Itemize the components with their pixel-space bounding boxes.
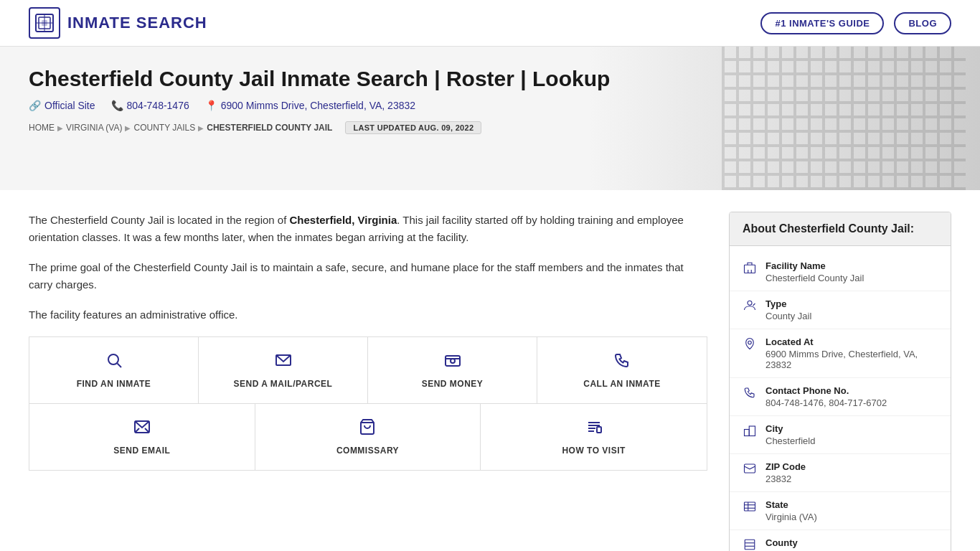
city-icon xyxy=(743,424,757,440)
about-row-city: City Chesterfield xyxy=(730,416,951,454)
action-send-email[interactable]: SEND EMAIL xyxy=(29,404,255,470)
action-grid-bottom: SEND EMAIL COMMISSARY xyxy=(29,404,707,471)
location-icon: 📍 xyxy=(205,100,217,111)
about-row-phone: Contact Phone No. 804-748-1476, 804-717-… xyxy=(730,378,951,416)
action-find-inmate[interactable]: FIND AN INMATE xyxy=(29,337,199,403)
action-send-mail[interactable]: SEND A MAIL/PARCEL xyxy=(199,337,368,403)
svg-rect-29 xyxy=(745,430,750,436)
breadcrumb-home[interactable]: HOME xyxy=(29,123,55,133)
svg-rect-42 xyxy=(745,540,755,550)
breadcrumb-state[interactable]: VIRGINIA (VA) xyxy=(66,123,122,133)
description-para3: The facility features an administrative … xyxy=(29,306,707,324)
state-icon xyxy=(743,500,757,516)
zip-icon xyxy=(743,462,757,478)
call-inmate-label: CALL AN INMATE xyxy=(583,379,660,389)
about-list: Facility Name Chesterfield County Jail T… xyxy=(730,246,951,551)
svg-line-6 xyxy=(117,364,121,368)
commissary-label: COMMISSARY xyxy=(336,446,399,456)
guide-button[interactable]: #1 INMATE'S GUIDE xyxy=(760,12,884,34)
logo-icon xyxy=(29,7,60,39)
official-site-link[interactable]: 🔗 Official Site xyxy=(29,100,95,111)
blog-button[interactable]: BLOG xyxy=(894,12,951,34)
breadcrumb: HOME ▶ VIRGINIA (VA) ▶ COUNTY JAILS ▶ CH… xyxy=(29,121,951,134)
header-nav: #1 INMATE'S GUIDE BLOG xyxy=(760,12,951,34)
send-email-label: SEND EMAIL xyxy=(113,446,170,456)
breadcrumb-category[interactable]: COUNTY JAILS xyxy=(133,123,195,133)
action-call-inmate[interactable]: CALL AN INMATE xyxy=(537,337,707,403)
about-row-located-at: Located At 6900 Mimms Drive, Chesterfiel… xyxy=(730,329,951,378)
svg-point-5 xyxy=(108,354,118,364)
send-mail-label: SEND A MAIL/PARCEL xyxy=(234,379,333,389)
how-to-visit-label: HOW TO VISIT xyxy=(562,446,625,456)
call-inmate-icon xyxy=(613,352,631,373)
about-box: About Chesterfield County Jail: Facility… xyxy=(729,212,951,551)
svg-point-28 xyxy=(748,341,752,344)
send-mail-icon xyxy=(275,352,292,373)
svg-point-26 xyxy=(748,301,752,305)
send-money-label: SEND MONEY xyxy=(422,379,484,389)
type-icon xyxy=(743,299,757,315)
phone-meta: 📞 804-748-1476 xyxy=(111,100,189,111)
find-inmate-label: FIND AN INMATE xyxy=(77,379,151,389)
send-money-icon xyxy=(444,352,461,373)
svg-line-27 xyxy=(753,303,755,306)
breadcrumb-sep-2: ▶ xyxy=(125,124,131,132)
link-icon: 🔗 xyxy=(29,100,41,111)
svg-rect-19 xyxy=(597,427,601,433)
svg-rect-38 xyxy=(745,502,755,511)
about-row-state: State Virginia (VA) xyxy=(730,492,951,530)
svg-rect-30 xyxy=(749,426,755,436)
breadcrumb-current: CHESTERFIELD COUNTY JAIL xyxy=(207,123,332,133)
action-how-to-visit[interactable]: HOW TO VISIT xyxy=(481,404,707,470)
left-column: The Chesterfield County Jail is located … xyxy=(29,212,707,551)
right-column: About Chesterfield County Jail: Facility… xyxy=(729,212,951,551)
site-header: INMATE SEARCH #1 INMATE'S GUIDE BLOG xyxy=(0,0,980,47)
commissary-icon xyxy=(359,418,376,440)
breadcrumb-sep-3: ▶ xyxy=(198,124,204,132)
facility-icon xyxy=(743,261,757,277)
action-send-money[interactable]: SEND MONEY xyxy=(368,337,537,403)
action-commissary[interactable]: COMMISSARY xyxy=(255,404,481,470)
phone-icon: 📞 xyxy=(111,100,123,111)
last-updated-badge: LAST UPDATED AUG. 09, 2022 xyxy=(345,121,481,134)
logo-link[interactable]: INMATE SEARCH xyxy=(29,7,207,39)
how-to-visit-icon xyxy=(585,418,603,440)
address-meta: 📍 6900 Mimms Drive, Chesterfield, VA, 23… xyxy=(205,100,415,111)
about-row-facility-name: Facility Name Chesterfield County Jail xyxy=(730,253,951,291)
description-para1: The Chesterfield County Jail is located … xyxy=(29,212,707,246)
about-row-county: County Chesterfield County xyxy=(730,530,951,551)
svg-rect-37 xyxy=(745,464,755,473)
phone-about-icon xyxy=(743,386,757,402)
main-content: The Chesterfield County Jail is located … xyxy=(0,190,980,551)
about-row-zip: ZIP Code 23832 xyxy=(730,454,951,492)
description-section: The Chesterfield County Jail is located … xyxy=(29,212,707,324)
about-row-type: Type County Jail xyxy=(730,291,951,329)
county-icon xyxy=(743,538,757,551)
description-para2: The prime goal of the Chesterfield Count… xyxy=(29,259,707,293)
action-grid-top: FIND AN INMATE SEND A MAIL/PARCEL xyxy=(29,336,707,404)
svg-rect-20 xyxy=(745,265,755,273)
hero-section: Chesterfield County Jail Inmate Search |… xyxy=(0,47,980,190)
hero-meta: 🔗 Official Site 📞 804-748-1476 📍 6900 Mi… xyxy=(29,100,951,111)
find-inmate-icon xyxy=(105,352,123,373)
page-title: Chesterfield County Jail Inmate Search |… xyxy=(29,67,951,91)
about-header: About Chesterfield County Jail: xyxy=(730,212,951,246)
send-email-icon xyxy=(133,418,151,440)
svg-rect-8 xyxy=(446,356,460,366)
logo-text: INMATE SEARCH xyxy=(67,14,207,32)
location-at-icon xyxy=(743,337,757,353)
breadcrumb-sep-1: ▶ xyxy=(57,124,63,132)
